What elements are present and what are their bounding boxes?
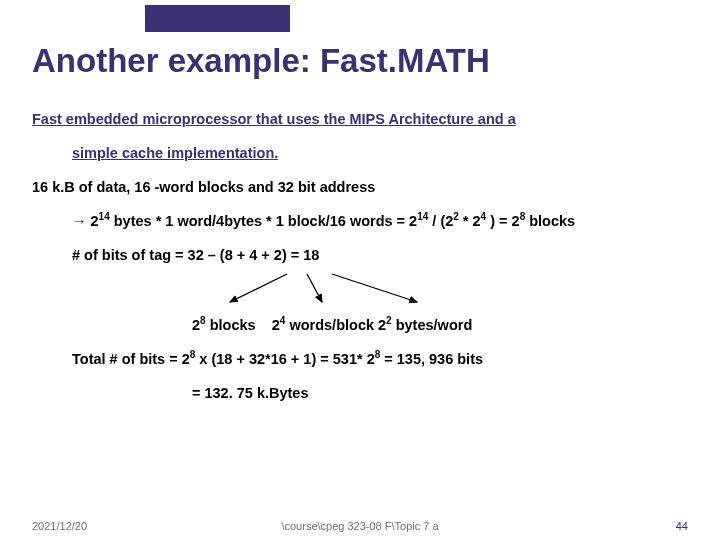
footer-path: \course\cpeg 323-08 F\Topic 7 a <box>0 520 720 532</box>
description-line-2: simple cache implementation. <box>32 136 695 170</box>
slide-content: Another example: Fast.MATH Fast embedded… <box>0 42 720 411</box>
svg-line-0 <box>230 274 287 302</box>
svg-line-2 <box>332 274 417 302</box>
header-accent-bar <box>145 5 290 32</box>
spec-line: 16 k.B of data, 16 -word blocks and 32 b… <box>32 170 695 204</box>
arrows-diagram <box>32 272 695 308</box>
total-kb-line: = 132. 75 k.Bytes <box>32 376 695 410</box>
annotation-line: 28 blocks 24 words/block 22 bytes/word <box>32 308 695 342</box>
footer-page-number: 44 <box>676 520 688 532</box>
slide: Another example: Fast.MATH Fast embedded… <box>0 0 720 540</box>
calc-tag-bits: # of bits of tag = 32 – (8 + 4 + 2) = 18 <box>32 238 695 272</box>
slide-title: Another example: Fast.MATH <box>32 42 695 80</box>
svg-line-1 <box>307 274 322 302</box>
arrow-svg <box>92 272 492 308</box>
description-line-1: Fast embedded microprocessor that uses t… <box>32 102 695 136</box>
arrow-icon: → <box>72 213 87 229</box>
calc-blocks: → 214 bytes * 1 word/4bytes * 1 block/16… <box>32 204 695 238</box>
total-bits-line: Total # of bits = 28 x (18 + 32*16 + 1) … <box>32 342 695 376</box>
